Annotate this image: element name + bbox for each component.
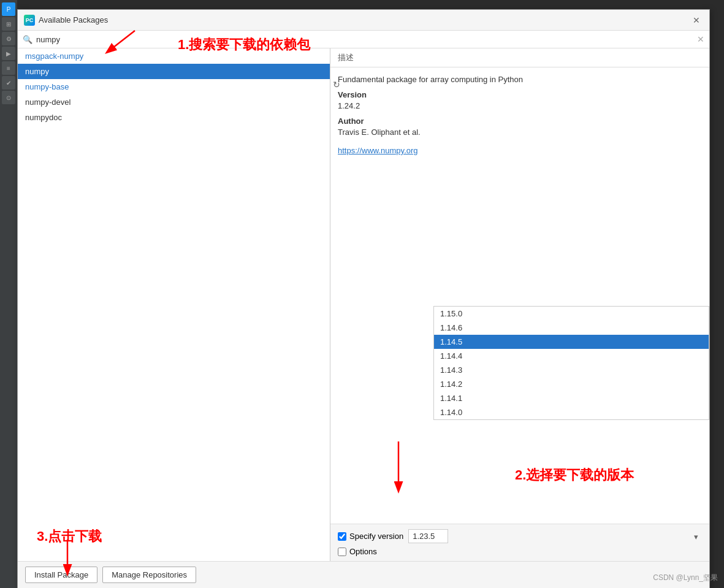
description-text: Fundamental package for array computing … xyxy=(338,75,702,84)
package-list: msgpack-numpy numpy numpy-base numpy-dev… xyxy=(18,48,330,561)
version-value: 1.24.2 xyxy=(338,101,702,110)
version-select[interactable]: 1.23.5 1.24.2 1.22.0 1.21.0 1.20.0 1.14.… xyxy=(408,529,448,543)
pkg-item-numpy-base[interactable]: numpy-base xyxy=(18,79,330,94)
sidebar-icon-2[interactable]: ⊞ xyxy=(2,17,15,31)
sidebar-icon-1[interactable]: P xyxy=(2,2,15,16)
pycharm-icon: PC xyxy=(24,15,35,26)
available-packages-dialog: PC Available Packages ✕ 🔍 ✕ msgpack-nump… xyxy=(17,9,710,588)
author-value: Travis E. Oliphant et al. xyxy=(338,128,702,137)
bottom-controls: Specify version 1.23.5 1.24.2 1.22.0 1.2… xyxy=(330,524,709,561)
search-clear-icon[interactable]: ✕ xyxy=(697,34,704,44)
description-header-label: 描述 xyxy=(338,52,354,63)
options-label: Options xyxy=(349,547,377,556)
version-item-1141[interactable]: 1.14.1 xyxy=(434,391,709,405)
specify-version-row: Specify version 1.23.5 1.24.2 1.22.0 1.2… xyxy=(338,529,702,543)
main-content: msgpack-numpy numpy numpy-base numpy-dev… xyxy=(18,48,709,561)
manage-repositories-button[interactable]: Manage Repositories xyxy=(102,567,196,583)
install-package-button[interactable]: Install Package xyxy=(25,567,97,583)
refresh-button[interactable]: ↻ xyxy=(329,77,344,92)
author-label: Author xyxy=(338,116,702,126)
csdn-watermark: CSDN @Lynn_坚果 xyxy=(653,573,718,583)
ide-sidebar: P ⊞ ⚙ ▶ ≡ ✔ ⊙ xyxy=(0,0,17,588)
package-panel: msgpack-numpy numpy numpy-base numpy-dev… xyxy=(18,48,330,561)
version-item-1140[interactable]: 1.14.0 xyxy=(434,405,709,419)
pkg-item-numpy-devel[interactable]: numpy-devel xyxy=(18,94,330,110)
version-item-1143[interactable]: 1.14.3 xyxy=(434,363,709,377)
close-button[interactable]: ✕ xyxy=(690,13,703,27)
search-bar: 🔍 ✕ xyxy=(18,31,709,48)
pkg-item-msgpack-numpy[interactable]: msgpack-numpy xyxy=(18,48,330,64)
sidebar-icon-7[interactable]: ⊙ xyxy=(2,91,15,104)
sidebar-icon-4[interactable]: ▶ xyxy=(2,47,15,60)
package-link[interactable]: https://www.numpy.org xyxy=(338,146,702,155)
description-body: Fundamental package for array computing … xyxy=(330,67,709,524)
footer: Install Package Manage Repositories xyxy=(18,561,709,588)
version-item-1150[interactable]: 1.15.0 xyxy=(434,307,709,321)
specify-version-checkbox-wrap: Specify version xyxy=(338,532,403,541)
options-checkbox-wrap: Options xyxy=(338,547,377,556)
title-bar-left: PC Available Packages xyxy=(24,15,108,26)
version-item-1145[interactable]: 1.14.5 xyxy=(434,335,709,349)
pkg-item-numpydoc[interactable]: numpydoc xyxy=(18,110,330,125)
version-dropdown-list: 1.15.0 1.14.6 1.14.5 1.14.4 1.14.3 1.14.… xyxy=(433,306,709,420)
dialog-title: Available Packages xyxy=(39,15,108,25)
specify-version-label: Specify version xyxy=(349,532,403,541)
version-item-1142[interactable]: 1.14.2 xyxy=(434,377,709,391)
options-row: Options xyxy=(338,547,702,556)
description-header: 描述 xyxy=(330,48,709,67)
specify-version-checkbox[interactable] xyxy=(338,532,346,541)
version-select-wrapper: 1.23.5 1.24.2 1.22.0 1.21.0 1.20.0 1.14.… xyxy=(408,529,702,543)
options-checkbox[interactable] xyxy=(338,548,346,556)
search-input[interactable] xyxy=(36,35,697,44)
dialog-title-bar: PC Available Packages ✕ xyxy=(18,10,709,31)
pkg-item-numpy[interactable]: numpy xyxy=(18,64,330,79)
version-item-1144[interactable]: 1.14.4 xyxy=(434,349,709,363)
sidebar-icon-5[interactable]: ≡ xyxy=(2,61,15,75)
sidebar-icon-3[interactable]: ⚙ xyxy=(2,32,15,45)
search-icon: 🔍 xyxy=(23,35,32,44)
version-item-1146[interactable]: 1.14.6 xyxy=(434,321,709,335)
version-label: Version xyxy=(338,90,702,99)
description-panel: 描述 Fundamental package for array computi… xyxy=(330,48,709,561)
sidebar-icon-6[interactable]: ✔ xyxy=(2,76,15,90)
